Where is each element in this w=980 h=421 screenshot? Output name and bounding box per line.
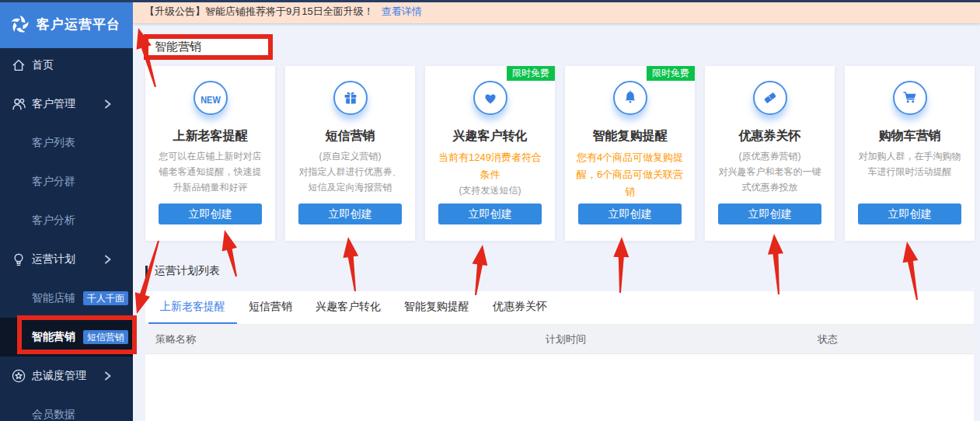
card-description: 您可以在店铺上新时对店铺老客通知提醒，快速提升新品销量和好评 bbox=[145, 149, 275, 195]
main-content: 【升级公告】智能店铺推荐将于9月15日全面升级！ 查看详情 智能营销 NEW 上… bbox=[133, 0, 980, 421]
svg-text:NEW: NEW bbox=[201, 94, 221, 106]
sidebar-item-label: 忠诚度管理 bbox=[32, 369, 86, 383]
card-title: 兴趣客户转化 bbox=[425, 128, 555, 144]
bell-icon bbox=[622, 89, 639, 106]
card-description: 您有4个商品可做复购提醒，6个商品可做关联营销 bbox=[565, 149, 695, 200]
sidebar-item-label: 运营计划 bbox=[32, 252, 75, 266]
card-icon-circle bbox=[333, 81, 368, 115]
star-circle-icon bbox=[11, 368, 26, 384]
smart-store-badge: 千人千面 bbox=[83, 291, 128, 305]
create-now-button[interactable]: 立即创建 bbox=[438, 204, 542, 224]
pinwheel-logo-icon bbox=[9, 14, 30, 35]
tab-coupon-care[interactable]: 优惠券关怀 bbox=[481, 291, 559, 324]
card-title: 优惠券关怀 bbox=[705, 128, 835, 144]
card-description: 对加购人群，在手淘购物车进行限时活动提醒 bbox=[845, 149, 975, 180]
lightbulb-icon bbox=[11, 252, 26, 267]
sidebar-item-homepage[interactable]: 首页 bbox=[0, 46, 133, 85]
card-smart-repurchase-reminder: 限时免费 智能复购提醒 您有4个商品可做复购提醒，6个商品可做关联营销 立即创建 bbox=[565, 66, 695, 241]
sidebar-item-customer-analysis[interactable]: 客户分析 bbox=[0, 201, 133, 240]
chevron-right-icon bbox=[103, 99, 113, 109]
card-icon-circle bbox=[473, 81, 507, 115]
sidebar-item-loyalty-management[interactable]: 忠诚度管理 bbox=[0, 357, 133, 395]
create-now-button[interactable]: 立即创建 bbox=[159, 204, 262, 224]
card-title: 购物车营销 bbox=[845, 128, 975, 144]
sidebar-item-customer-segments[interactable]: 客户分群 bbox=[0, 162, 133, 201]
sidebar-item-label: 智能营销 bbox=[32, 330, 75, 344]
users-icon bbox=[11, 96, 26, 112]
column-status: 状态 bbox=[818, 325, 838, 354]
card-icon-circle bbox=[753, 81, 787, 115]
page-title-text: 智能营销 bbox=[155, 40, 201, 54]
home-icon bbox=[11, 57, 26, 73]
card-description: (原优惠券营销)对兴趣客户和老客的一键式优惠券投放 bbox=[705, 149, 835, 195]
tab-interest-customer-conversion[interactable]: 兴趣客户转化 bbox=[304, 291, 392, 324]
app-window: 客户运营平台 首页 客户管理 客户列表 客户分群 客户分析 bbox=[0, 0, 980, 421]
table-body bbox=[145, 354, 974, 419]
card-title: 上新老客提醒 bbox=[145, 128, 275, 144]
top-divider bbox=[0, 0, 980, 2]
card-cart-marketing: 购物车营销 对加购人群，在手淘购物车进行限时活动提醒 立即创建 bbox=[845, 66, 975, 241]
section-title: 运营计划列表 bbox=[155, 264, 220, 278]
gift-icon bbox=[342, 89, 359, 106]
chevron-right-icon bbox=[103, 371, 113, 381]
sidebar-item-member-data[interactable]: 会员数据 bbox=[0, 395, 133, 421]
card-sms-marketing: 短信营销 (原自定义营销)对指定人群进行优惠券、短信及定向海报营销 立即创建 bbox=[285, 66, 415, 241]
sidebar-item-label: 会员数据 bbox=[32, 408, 75, 421]
view-details-link[interactable]: 查看详情 bbox=[382, 5, 422, 19]
app-logo[interactable]: 客户运营平台 bbox=[0, 0, 133, 48]
tab-smart-repurchase-reminder[interactable]: 智能复购提醒 bbox=[392, 291, 481, 324]
plan-tabs: 上新老客提醒 短信营销 兴趣客户转化 智能复购提醒 优惠券关怀 bbox=[145, 291, 974, 325]
tab-sms-marketing[interactable]: 短信营销 bbox=[237, 291, 304, 324]
card-icon-circle bbox=[893, 81, 927, 115]
ticket-icon bbox=[762, 89, 779, 106]
sidebar-item-label: 客户列表 bbox=[32, 136, 75, 150]
create-now-button[interactable]: 立即创建 bbox=[718, 204, 821, 224]
card-interest-customer-conversion: 限时免费 兴趣客户转化 当前有1249消费者符合条件(支持发送短信) 立即创建 bbox=[425, 66, 555, 241]
app-title: 客户运营平台 bbox=[37, 16, 120, 33]
page-title: 智能营销 bbox=[144, 34, 273, 60]
chevron-right-icon bbox=[103, 255, 113, 264]
card-title: 短信营销 bbox=[285, 128, 415, 144]
limited-free-badge: 限时免费 bbox=[647, 66, 695, 81]
sidebar-item-label: 客户分群 bbox=[32, 175, 75, 189]
sms-marketing-badge: 短信营销 bbox=[83, 330, 128, 344]
card-new-arrival-reminder: NEW 上新老客提醒 您可以在店铺上新时对店铺老客通知提醒，快速提升新品销量和好… bbox=[145, 66, 275, 241]
card-icon-circle: NEW bbox=[194, 81, 228, 115]
card-icon-circle bbox=[613, 81, 647, 115]
cart-icon bbox=[902, 89, 919, 106]
card-description: 当前有1249消费者符合条件(支持发送短信) bbox=[425, 149, 555, 198]
announcement-banner: 【升级公告】智能店铺推荐将于9月15日全面升级！ 查看详情 bbox=[133, 0, 980, 23]
sidebar-item-customer-list[interactable]: 客户列表 bbox=[0, 124, 133, 162]
column-plan-time: 计划时间 bbox=[546, 325, 586, 354]
plan-list-panel: 上新老客提醒 短信营销 兴趣客户转化 智能复购提醒 优惠券关怀 策略名称 计划时… bbox=[145, 291, 974, 421]
section-header: 运营计划列表 bbox=[145, 264, 220, 278]
sidebar-nav: 首页 客户管理 客户列表 客户分群 客户分析 运营计划 智能店铺 bbox=[0, 46, 133, 421]
card-title: 智能复购提醒 bbox=[565, 128, 695, 144]
sidebar-item-smart-store[interactable]: 智能店铺 千人千面 bbox=[0, 279, 133, 318]
sidebar-item-smart-marketing[interactable]: 智能营销 短信营销 bbox=[0, 318, 133, 357]
card-description: (原自定义营销)对指定人群进行优惠券、短信及定向海报营销 bbox=[285, 149, 415, 195]
sidebar-item-operation-plan[interactable]: 运营计划 bbox=[0, 240, 133, 279]
sidebar-item-label: 客户分析 bbox=[32, 214, 75, 228]
section-bar bbox=[145, 266, 148, 277]
announcement-text: 【升级公告】智能店铺推荐将于9月15日全面升级！ bbox=[145, 5, 374, 19]
sidebar-item-customer-management[interactable]: 客户管理 bbox=[0, 85, 133, 124]
card-coupon-care: 优惠券关怀 (原优惠券营销)对兴趣客户和老客的一键式优惠券投放 立即创建 bbox=[705, 66, 835, 241]
sidebar: 客户运营平台 首页 客户管理 客户列表 客户分群 客户分析 bbox=[0, 0, 133, 421]
column-strategy-name: 策略名称 bbox=[155, 325, 196, 354]
table-header: 策略名称 计划时间 状态 bbox=[145, 325, 974, 354]
sidebar-item-label: 首页 bbox=[32, 58, 54, 72]
create-now-button[interactable]: 立即创建 bbox=[578, 204, 682, 224]
tab-new-arrival-reminder[interactable]: 上新老客提醒 bbox=[148, 291, 237, 324]
new-badge-icon: NEW bbox=[199, 89, 222, 106]
limited-free-badge: 限时免费 bbox=[507, 66, 555, 81]
heart-icon bbox=[482, 89, 499, 106]
create-now-button[interactable]: 立即创建 bbox=[298, 204, 402, 224]
create-now-button[interactable]: 立即创建 bbox=[858, 204, 961, 224]
sidebar-item-label: 客户管理 bbox=[32, 97, 75, 111]
sidebar-item-label: 智能店铺 bbox=[32, 291, 75, 305]
